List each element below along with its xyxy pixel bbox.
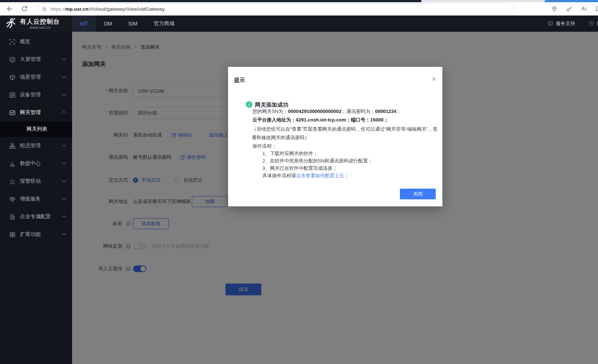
service-support-label: 服务支持 — [556, 20, 575, 27]
sidebar-item-config-mgmt[interactable]: 组态管理 — [0, 137, 72, 155]
location-pin-icon — [551, 6, 558, 12]
sidebar-item-enterprise-config[interactable]: 企业专属配置 — [0, 208, 72, 226]
step-1: 1、下载对应网关的软件； — [262, 150, 318, 157]
sidebar-subitem-label: 网关列表 — [27, 126, 47, 133]
config-guide-link[interactable]: 点击查看如何配置上云 — [296, 173, 344, 178]
logo[interactable]: 有人云控制台 www.usr.cn — [4, 17, 72, 31]
sidebar-item-label: 概览 — [20, 38, 30, 45]
platform-address-line: 云平台接入地址为：4291.cnsh.iot-tcp.com；端口号：15000… — [252, 117, 388, 123]
sidebar-item-value-added[interactable]: 增值服务 — [0, 190, 72, 208]
location-permission-button[interactable] — [549, 4, 560, 14]
sidebar-item-alarm-linkage[interactable]: 报警联动 — [0, 172, 72, 190]
browser-extra-icon — [595, 6, 598, 12]
url-domain: mp.usr.cn — [65, 6, 88, 12]
device-icon — [9, 92, 16, 98]
sidebar-item-label: 设备管理 — [20, 92, 41, 98]
chevron-down-icon — [62, 231, 66, 236]
back-icon — [6, 5, 13, 13]
app-header: 有人云控制台 www.usr.cn IoT DM SIM 官方商城 服务支持 用… — [0, 16, 598, 32]
usr-person-logo-icon — [4, 17, 18, 30]
tab-dm[interactable]: DM — [96, 16, 120, 32]
read-aloud-icon — [580, 6, 588, 12]
chevron-down-icon — [62, 161, 66, 165]
sn-value: 00004291000000000002 — [288, 109, 342, 114]
user-center-button[interactable]: 用户 — [588, 20, 598, 27]
back-button[interactable] — [4, 4, 15, 14]
scene-cube-icon — [9, 74, 16, 80]
password-note: （后续您也可以在“查看”页面查看网关的通讯密码，也可以通过“网关管理-编辑网关”… — [252, 125, 439, 142]
sidebar-item-data-center[interactable]: 数据中心 — [0, 155, 72, 172]
configuration-icon — [9, 142, 16, 149]
building-icon — [9, 213, 16, 220]
success-check-icon: ✓ — [246, 101, 252, 108]
sidebar-item-label: 扩展功能 — [20, 231, 41, 238]
sidebar-item-label: 大屏管理 — [20, 56, 41, 63]
sidebar-item-overview[interactable]: 概览 — [0, 33, 72, 51]
sidebar-item-label: 数据中心 — [20, 160, 41, 167]
key-icon — [566, 6, 572, 12]
tab-sim[interactable]: SIM — [120, 16, 146, 32]
chat-icon — [547, 21, 554, 27]
sidebar-item-gateway-list[interactable]: 网关列表 — [0, 121, 72, 137]
tab-iot[interactable]: IoT — [72, 16, 96, 32]
logo-subtitle: www.usr.cn — [20, 25, 60, 30]
chevron-down-icon — [62, 92, 66, 96]
sidebar-item-label: 增值服务 — [20, 196, 41, 202]
chevron-down-icon — [62, 56, 66, 61]
header-nav-tabs: IoT DM SIM 官方商城 — [72, 16, 183, 32]
sidebar: 概览 大屏管理 场景管理 设备管理 网关管理 网关列表 组态管理 — [0, 32, 72, 364]
gem-icon — [9, 196, 16, 202]
refresh-icon — [21, 6, 28, 13]
more-prefix: 具体操作流程请 — [262, 173, 296, 178]
chevron-down-icon — [62, 214, 66, 218]
browser-extra-button[interactable] — [593, 4, 598, 14]
password-manager-button[interactable] — [564, 4, 574, 14]
sn-mid: ；通讯密码为： — [342, 109, 375, 114]
sidebar-item-label: 场景管理 — [20, 74, 41, 80]
alarm-icon — [9, 178, 16, 185]
chevron-down-icon — [62, 74, 66, 78]
step-3: 3、网关已在软件中配置完成连接； — [262, 165, 337, 172]
app-window: https://mp.usr.cn/#/cloud/gateway/ViewAd… — [0, 0, 598, 364]
sidebar-item-label: 企业专属配置 — [20, 213, 51, 220]
shield-icon — [588, 21, 594, 27]
sn-prefix: 您的网关SN为： — [252, 109, 288, 114]
sidebar-item-gateway-mgmt[interactable]: 网关管理 — [0, 104, 72, 121]
chevron-down-icon — [62, 196, 66, 200]
browser-toolbar: https://mp.usr.cn/#/cloud/gateway/ViewAd… — [0, 2, 598, 16]
success-title: 网关添加成功 — [255, 102, 288, 109]
sidebar-item-scene-mgmt[interactable]: 场景管理 — [0, 68, 72, 86]
sidebar-item-label: 网关管理 — [20, 109, 41, 116]
sidebar-item-screen-mgmt[interactable]: 大屏管理 — [0, 51, 72, 68]
address-bar[interactable]: https://mp.usr.cn/#/cloud/gateway/ViewAd… — [37, 3, 514, 14]
chevron-down-icon — [62, 143, 66, 147]
chevron-down-icon — [62, 178, 66, 182]
service-support-button[interactable]: 服务支持 — [547, 20, 575, 27]
chevron-up-icon — [62, 111, 66, 115]
refresh-button[interactable] — [19, 4, 30, 14]
step-2: 2、在软件中把系统分配的SN和通讯密码进行配置； — [262, 158, 373, 164]
more-line: 具体操作流程请点击查看如何配置上云； — [262, 172, 349, 179]
tab-official-mall[interactable]: 官方商城 — [146, 16, 183, 32]
url-path: /#/cloud/gateway/ViewAddGateway — [88, 6, 165, 12]
gateway-icon — [9, 109, 16, 116]
sidebar-item-label: 组态管理 — [20, 142, 41, 149]
steps-title: 操作流程： — [252, 143, 276, 150]
sidebar-item-label: 报警联动 — [20, 178, 41, 185]
password-value: 00001234 — [375, 109, 397, 114]
dialog-close-icon[interactable]: ✕ — [432, 76, 436, 82]
dialog-close-button[interactable]: 关闭 — [400, 189, 436, 199]
overview-icon — [9, 38, 16, 45]
logo-text: 有人云控制台 www.usr.cn — [20, 18, 60, 30]
sidebar-item-extensions[interactable]: 扩展功能 — [0, 226, 72, 243]
bar-chart-icon — [9, 160, 16, 167]
user-center-label: 用户 — [597, 20, 598, 27]
sn-line: 您的网关SN为：00004291000000000002；通讯密码为：00001… — [252, 108, 401, 115]
logo-title: 有人云控制台 — [20, 18, 60, 25]
url-text: https://mp.usr.cn/#/cloud/gateway/ViewAd… — [51, 6, 165, 12]
big-screen-icon — [9, 56, 16, 63]
read-aloud-button[interactable] — [579, 4, 589, 14]
sidebar-item-device-mgmt[interactable]: 设备管理 — [0, 86, 72, 104]
more-suffix: ； — [344, 173, 349, 178]
lock-icon — [42, 6, 47, 12]
